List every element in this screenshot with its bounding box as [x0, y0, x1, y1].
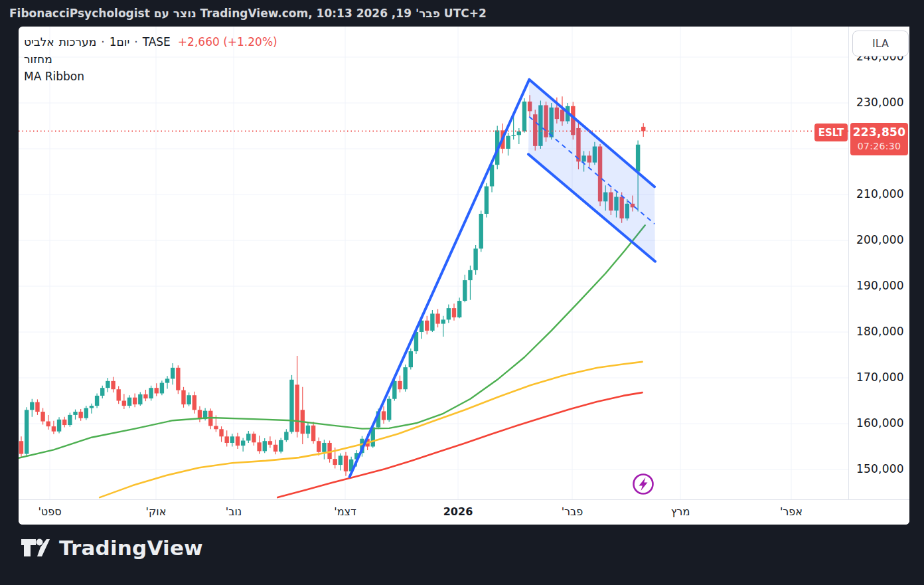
legend-separator: · — [101, 35, 104, 48]
interval-label: 1יום — [110, 35, 130, 48]
title-created-with: נוצר עם — [154, 7, 196, 20]
title-month: פבר' — [416, 7, 440, 20]
exchange-label: TASE — [143, 35, 171, 48]
price-axis-label: 160,000 — [856, 416, 904, 430]
time-axis-label: אוק' — [146, 505, 167, 518]
price-axis-label: 150,000 — [856, 462, 904, 475]
title-username: FibonacciPsychologist — [9, 7, 150, 20]
title-date: 2026 ,19 — [356, 7, 412, 20]
volume-indicator-row[interactable]: מחזור — [21, 50, 280, 68]
flash-badge-icon[interactable] — [634, 475, 653, 494]
symbol-legend-row[interactable]: אלביט מערכות · 1יום · TASE +2,660 (+1.20… — [21, 33, 280, 50]
title-site-time: TradingView.com, 10:13 — [200, 7, 352, 20]
price-axis-label: 200,000 — [856, 233, 904, 246]
symbol-price-chip: ESLT — [814, 124, 848, 141]
time-axis-label: 2026 — [443, 505, 473, 518]
rally-trendline — [350, 80, 530, 477]
chart-card: אלביט מערכות · 1יום · TASE +2,660 (+1.20… — [19, 27, 909, 525]
price-axis[interactable]: 240,000230,000210,000200,000190,000180,0… — [848, 27, 909, 499]
volume-label: מחזור — [24, 52, 52, 66]
legend-separator: · — [134, 35, 137, 48]
ma-ribbon-lines[interactable] — [19, 225, 645, 497]
time-axis-label: מרץ — [671, 505, 690, 518]
time-axis-label: פבר' — [562, 505, 583, 518]
footer-bar: TradingView — [0, 525, 924, 585]
ma-line-fast_green — [19, 225, 645, 458]
tradingview-wordmark: TradingView — [59, 536, 203, 560]
time-axis[interactable]: ספט'אוק'נוב'דצמ'2026פבר'מרץאפר' — [19, 499, 909, 525]
last-price-label: 223,850 07:26:30 — [850, 123, 908, 155]
price-change-text: +2,660 (+1.20%) — [178, 35, 277, 48]
tradingview-logo-icon — [20, 534, 50, 562]
title-timezone: UTC+2 — [444, 7, 487, 20]
chart-canvas[interactable] — [19, 27, 848, 499]
tradingview-logo-link[interactable]: TradingView — [20, 534, 203, 562]
ma-ribbon-label: MA Ribbon — [24, 70, 84, 83]
symbol-name-word1: אלביט — [24, 35, 54, 48]
grid-lines — [19, 27, 848, 499]
price-axis-label: 210,000 — [856, 187, 904, 201]
ma-line-slow_red — [277, 392, 642, 497]
bar-countdown: 07:26:30 — [850, 140, 908, 153]
time-axis-label: נוב' — [226, 505, 242, 518]
price-axis-label: 170,000 — [856, 371, 904, 384]
ma-ribbon-indicator-row[interactable]: MA Ribbon — [21, 68, 280, 85]
time-axis-label: אפר' — [780, 505, 803, 518]
symbol-name-word2: מערכות — [59, 35, 97, 48]
price-axis-label: 190,000 — [856, 279, 904, 292]
time-axis-label: ספט' — [38, 505, 61, 518]
trend-drawings[interactable] — [350, 80, 655, 477]
currency-toggle-button[interactable]: ILA — [852, 31, 909, 56]
price-axis-label: 230,000 — [856, 96, 904, 109]
screenshot-title-bar: FibonacciPsychologist נוצר עם TradingVie… — [0, 0, 924, 27]
time-axis-label: דצמ' — [334, 505, 356, 518]
price-axis-label: 180,000 — [856, 325, 904, 338]
chart-legend: אלביט מערכות · 1יום · TASE +2,660 (+1.20… — [21, 33, 280, 85]
last-price-value: 223,850 — [850, 124, 908, 140]
